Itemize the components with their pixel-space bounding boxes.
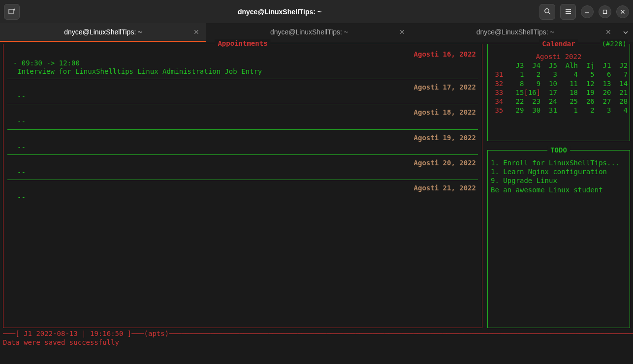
appointment-day-header: Agosti 18, 2022 [5,107,480,117]
appointment-text: -- [5,143,480,152]
appointment-text: -- [5,92,480,101]
calendar-grid: J3 J4 J5 Alh Ij J1 J2 31 1 2 3 4 5 6 7 3… [491,61,627,115]
tab-label: dnyce@LinuxShellTips: ~ [270,28,348,36]
day-divider [7,104,478,104]
chevron-down-icon [623,30,629,35]
search-icon [544,8,551,15]
tab-close-button[interactable]: ✕ [605,28,611,36]
tab-label: dnyce@LinuxShellTips: ~ [476,28,554,36]
calendar-day-of-year: (#228) [601,39,628,48]
calendar-weekday-header: J3 J4 J5 Alh Ij J1 J2 [491,61,627,70]
calendar-week-row: 34 22 23 24 25 26 27 28 [491,97,627,106]
minimize-icon [585,9,590,14]
calendar-week-row: 33 15[16] 17 18 19 20 21 [491,88,627,97]
svg-rect-7 [603,10,607,13]
calendar-week-row: 35 29 30 31 1 2 3 4 [491,106,627,115]
todo-item: 9. Upgrade Linux [491,176,627,185]
todo-panel[interactable]: TODO 1. Enroll for LinuxShellTips...1. L… [487,150,630,328]
status-bar: ───[ J1 2022-08-13 | 19:16:50 ]───(apts)… [3,328,630,347]
new-tab-icon [8,8,16,16]
todo-item: 1. Enroll for LinuxShellTips... [491,158,627,167]
tab-bar: dnyce@LinuxShellTips: ~ ✕ dnyce@LinuxShe… [0,23,633,42]
close-button[interactable] [616,5,629,18]
tab-label: dnyce@LinuxShellTips: ~ [64,28,142,36]
maximize-button[interactable] [599,5,611,18]
calendar-title: Calendar [539,39,578,48]
appointment-day-block: Agosti 17, 2022-- [5,82,480,101]
new-tab-button[interactable] [4,4,20,20]
calendar-week-row: 31 1 2 3 4 5 6 7 [491,70,627,79]
appointment-day-header: Agosti 20, 2022 [5,158,480,168]
maximize-icon [602,9,607,14]
appointment-day-block: Agosti 18, 2022-- [5,107,480,126]
day-divider [7,154,478,155]
search-button[interactable] [539,4,555,20]
tab-close-button[interactable]: ✕ [193,28,199,36]
calendar-panel[interactable]: Calendar (#228) Agosti 2022 J3 J4 J5 Alh… [487,44,630,141]
hamburger-menu-button[interactable] [560,4,576,20]
tab-close-button[interactable]: ✕ [399,28,405,36]
tab-3[interactable]: dnyce@LinuxShellTips: ~ ✕ [412,23,618,42]
window-titlebar: dnyce@LinuxShellTips: ~ [0,0,633,23]
terminal-area[interactable]: Appointments Agosti 16, 2022- 09:30 -> 1… [0,42,633,364]
close-icon [620,9,625,14]
svg-rect-0 [9,9,13,14]
todo-list: 1. Enroll for LinuxShellTips...1. Learn … [491,158,627,194]
calendar-month: Agosti 2022 [491,52,627,61]
svg-line-2 [548,12,550,14]
appointment-text: -- [5,168,480,177]
status-line-1: ───[ J1 2022-08-13 | 19:16:50 ]───(apts)… [3,329,630,338]
appointments-panel[interactable]: Appointments Agosti 16, 2022- 09:30 -> 1… [3,44,482,328]
calendar-week-row: 32 8 9 10 11 12 13 14 [491,79,627,88]
appointment-day-header: Agosti 19, 2022 [5,133,480,143]
minimize-button[interactable] [581,5,594,18]
hamburger-icon [565,8,572,15]
appointments-title: Appointments [215,39,270,47]
todo-item: 1. Learn Nginx configuration [491,167,627,176]
window-title: dnyce@LinuxShellTips: ~ [20,8,539,16]
appointment-day-block: Agosti 21, 2022-- [5,183,480,202]
day-divider [7,129,478,130]
todo-title: TODO [547,146,570,154]
svg-point-1 [544,9,548,13]
day-divider [7,180,478,180]
window-controls [539,4,629,20]
appointments-list: Agosti 16, 2022- 09:30 -> 12:00Interview… [3,44,482,204]
todo-item: Be an awesome Linux student [491,185,627,194]
appointment-text: Interview for LinuxShelltips Linux Admin… [5,67,480,76]
appointment-day-header: Agosti 17, 2022 [5,82,480,92]
appointment-day-block: Agosti 20, 2022-- [5,158,480,177]
day-divider [7,79,478,79]
appointment-day-block: Agosti 19, 2022-- [5,133,480,152]
tab-1[interactable]: dnyce@LinuxShellTips: ~ ✕ [0,23,206,42]
appointment-time: - 09:30 -> 12:00 [5,59,480,67]
appointment-text: -- [5,117,480,126]
status-line-2: Data were saved successfully [3,338,630,347]
appointment-day-block: Agosti 16, 2022- 09:30 -> 12:00Interview… [5,49,480,76]
appointment-day-header: Agosti 21, 2022 [5,183,480,193]
appointment-day-header: Agosti 16, 2022 [5,49,480,59]
appointment-text: -- [5,193,480,202]
